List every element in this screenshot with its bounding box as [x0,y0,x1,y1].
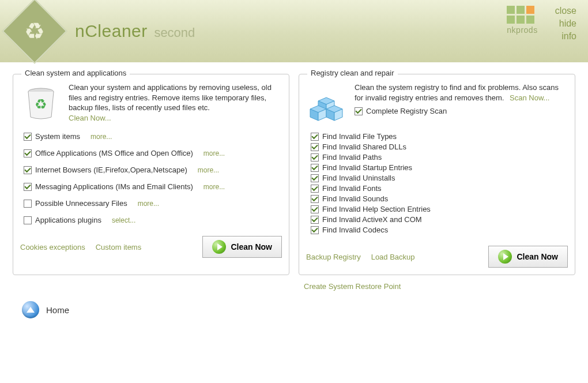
svg-text:♻: ♻ [35,96,47,112]
checkbox-reg-0[interactable] [311,133,319,141]
load-backup-link[interactable]: Load Backup [371,253,415,261]
select-link[interactable]: select... [112,216,135,224]
item-label: Find Invalid Uninstalls [322,174,395,182]
registry-head: Clean the system registry to find and fi… [306,82,568,124]
clean-now-button[interactable]: Clean Now [202,236,282,258]
clean-system-title: Clean system and applications [21,69,130,77]
checkbox-reg-2[interactable] [311,153,319,162]
home-icon [22,301,39,318]
registry-panel-footer: Backup Registry Load Backup Clean Now [306,246,568,268]
brand-logo: nkprods [507,6,537,35]
more-link[interactable]: more... [203,149,225,157]
item-label: Find Invalid File Types [322,132,397,141]
checkbox-plugins[interactable] [24,216,32,224]
registry-cubes-icon [306,82,348,124]
item-label: Find Invalid Shared DLLs [322,142,406,151]
play-icon [498,250,512,264]
list-item: Internet Bowsers (IE,Firefox,Opera,Netsc… [24,166,282,174]
checkbox-reg-5[interactable] [311,185,319,193]
item-label: Find Invalid Sounds [322,194,388,203]
list-item: Messaging Applications (IMs and Email Cl… [24,182,282,191]
app-logo: ♻ [2,0,67,64]
item-label: Find Invalid Paths [322,153,382,162]
list-item: Office Applications (MS Office and Open … [24,149,282,157]
checkbox-reg-8[interactable] [311,216,319,224]
more-link[interactable]: more... [138,200,159,208]
item-label: Messaging Applications (IMs and Email Cl… [35,182,193,191]
close-link[interactable]: close [555,6,576,16]
app-subtitle: second [154,25,195,40]
custom-items-link[interactable]: Custom items [96,243,141,251]
complete-scan-label: Complete Registry Scan [366,106,447,117]
checkbox-reg-9[interactable] [311,226,319,234]
checkbox-complete-scan[interactable] [355,107,363,115]
app-title: nCleaner [75,21,148,40]
more-link[interactable]: more... [198,166,219,174]
registry-options-list: Find Invalid File Types Find Invalid Sha… [311,132,568,234]
registry-panel: Registry clean and repair Clean the syst… [299,74,575,275]
registry-clean-now-button[interactable]: Clean Now [488,246,568,268]
list-item: Find Invalid Shared DLLs [311,142,568,151]
window-controls: close hide info [555,6,576,42]
item-label: Find Invalid Fonts [322,184,382,193]
home-label: Home [46,305,69,315]
home-nav[interactable]: Home [0,291,588,318]
list-item: Find Invalid Fonts [311,184,568,193]
item-label: Find Invalid Codecs [322,226,388,234]
item-label: Office Applications (MS Office and Open … [35,149,193,157]
backup-registry-link[interactable]: Backup Registry [306,253,361,261]
clean-desc-text: Clean your system and applications by re… [69,83,272,112]
item-label: System items [35,132,80,141]
list-item: Find Invalid Help Section Entries [311,205,568,213]
registry-title: Registry clean and repair [307,69,398,77]
list-item: Find Invalid Uninstalls [311,174,568,182]
brand-squares-icon [507,6,537,24]
list-item: Possible Unnecessary Files more... [24,199,282,208]
hide-link[interactable]: hide [559,18,576,29]
list-item: Find Invalid File Types [311,132,568,141]
list-item: System items more... [24,132,282,141]
list-item: Find Invalid Startup Entries [311,163,568,172]
checkbox-messaging[interactable] [24,183,32,191]
item-label: Internet Bowsers (IE,Firefox,Opera,Netsc… [35,166,187,174]
checkbox-browsers[interactable] [24,166,32,174]
checkbox-reg-7[interactable] [311,205,319,213]
info-link[interactable]: info [561,31,576,42]
list-item: Find Invalid ActiveX and COM [311,215,568,224]
list-item: Find Invalid Paths [311,153,568,162]
list-item: Find Invalid Codecs [311,226,568,234]
item-label: Applications plugins [35,216,101,224]
checkbox-system-items[interactable] [24,133,32,141]
checkbox-reg-4[interactable] [311,174,319,182]
scan-now-link[interactable]: Scan Now... [510,93,549,102]
item-label: Possible Unnecessary Files [35,199,127,208]
checkbox-reg-1[interactable] [311,143,319,151]
more-link[interactable]: more... [91,133,112,141]
clean-now-button-label: Clean Now [231,242,272,251]
checkbox-unnecessary[interactable] [24,200,32,208]
app-header: ♻ nCleaner second nkprods close hide inf… [0,0,588,62]
brand-name: nkprods [507,25,537,35]
item-label: Find Invalid Help Section Entries [322,205,431,213]
checkbox-reg-3[interactable] [311,164,319,172]
main-area: Clean system and applications ♻ Clean yo… [0,62,588,275]
trash-recycle-icon: ♻ [20,82,62,124]
clean-options-list: System items more... Office Applications… [24,132,282,224]
list-item: Find Invalid Sounds [311,194,568,203]
header-right: nkprods close hide info [507,6,576,42]
clean-panel-desc: Clean your system and applications by re… [69,82,282,124]
clean-system-panel: Clean system and applications ♻ Clean yo… [13,74,289,275]
item-label: Find Invalid ActiveX and COM [322,215,422,224]
checkbox-reg-6[interactable] [311,195,319,203]
registry-clean-now-label: Clean Now [517,252,558,261]
create-restore-point-link[interactable]: Create System Restore Point [304,282,401,291]
registry-desc: Clean the system registry to find and fi… [355,82,568,124]
recycle-icon: ♻ [24,20,45,43]
checkbox-office-apps[interactable] [24,149,32,157]
list-item: Applications plugins select... [24,216,282,224]
item-label: Find Invalid Startup Entries [322,163,412,172]
cookies-exceptions-link[interactable]: Cookies exceptions [20,243,85,251]
clean-panel-head: ♻ Clean your system and applications by … [20,82,282,124]
more-link[interactable]: more... [203,183,225,191]
clean-now-link[interactable]: Clean Now... [69,114,111,122]
